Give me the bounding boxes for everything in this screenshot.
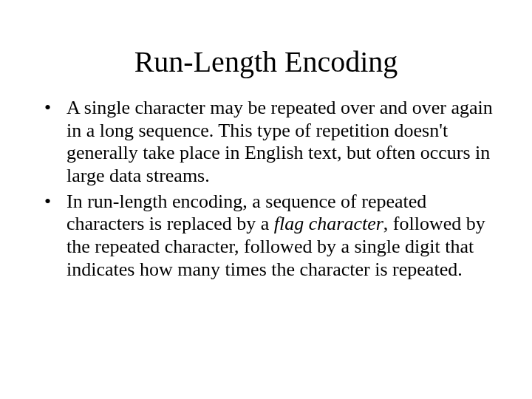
list-item: A single character may be repeated over … — [37, 97, 495, 188]
list-item: In run-length encoding, a sequence of re… — [37, 191, 495, 282]
bullet-text: A single character may be repeated over … — [66, 97, 493, 186]
bullet-italic: flag character — [274, 213, 383, 234]
bullet-list: A single character may be repeated over … — [37, 97, 495, 281]
slide-title: Run-Length Encoding — [37, 44, 495, 79]
